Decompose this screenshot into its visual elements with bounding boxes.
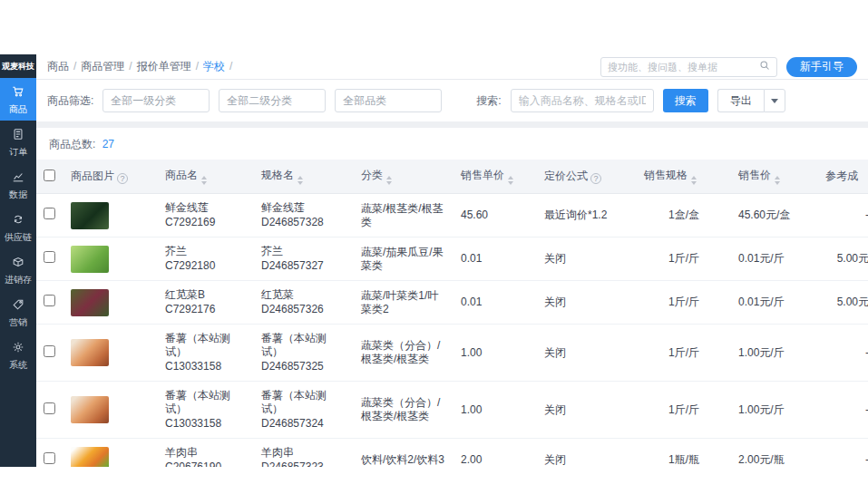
product-code: C7292169	[165, 216, 247, 229]
app-logo: 观麦科技	[0, 54, 36, 78]
global-search-input[interactable]	[608, 62, 759, 73]
export-dropdown-toggle[interactable]	[764, 89, 785, 112]
sort-icon[interactable]	[691, 176, 697, 185]
sale-price: 2.00元/瓶	[738, 453, 785, 466]
unit-price: 0.01	[461, 252, 482, 265]
spec-name: 芥兰	[261, 245, 346, 258]
col-header-image[interactable]: 商品图片	[63, 160, 158, 194]
unit-price: 1.00	[461, 403, 482, 416]
sort-icon[interactable]	[297, 176, 303, 185]
product-thumbnail[interactable]	[71, 202, 109, 229]
ref-cost: 5.00元	[837, 296, 868, 308]
sidebar-item-goods[interactable]: 商品	[0, 78, 36, 121]
category-path: 蔬菜类（分合）/根茎类/根茎类	[361, 396, 440, 422]
breadcrumb: 商品 商品管理 报价单管理 学校 新手引导	[36, 54, 868, 80]
row-checkbox[interactable]	[44, 402, 55, 414]
product-code: C13033158	[165, 417, 247, 431]
table-row: 鲜金线莲 C7292169 鲜金线莲 D246857328 蔬菜/根茎类/根茎类…	[36, 194, 868, 237]
category-path: 饮料/饮料2/饮料3	[361, 453, 444, 466]
col-header-unit-price[interactable]: 销售单价	[454, 160, 537, 194]
sale-spec: 1斤/斤	[668, 252, 699, 265]
sidebar-item-label: 供应链	[0, 232, 36, 242]
breadcrumb-item-quote-mgmt[interactable]: 报价单管理	[137, 59, 203, 74]
product-thumbnail[interactable]	[71, 396, 109, 423]
sidebar-item-supply-chain[interactable]: 供应链	[0, 206, 36, 248]
sort-icon[interactable]	[201, 176, 207, 185]
col-header-spec-name[interactable]: 规格名	[254, 160, 354, 194]
product-thumbnail[interactable]	[71, 339, 109, 366]
sale-spec: 1斤/斤	[668, 403, 699, 416]
pricing-formula: 关闭	[544, 453, 566, 466]
sale-price: 45.60元/盒	[738, 208, 790, 221]
col-header-ref-cost[interactable]: 参考成	[818, 160, 868, 194]
search-icon[interactable]	[759, 60, 770, 73]
sidebar-item-label: 数据	[0, 189, 36, 199]
category-type-select[interactable]: 全部品类	[335, 89, 442, 112]
export-button[interactable]: 导出	[717, 89, 764, 112]
spec-code: D246857328	[261, 216, 346, 229]
category-level2-select[interactable]: 全部二级分类	[219, 89, 326, 112]
row-checkbox[interactable]	[44, 295, 55, 306]
breadcrumb-item-goods[interactable]: 商品	[47, 59, 81, 74]
newbie-guide-button[interactable]: 新手引导	[786, 57, 857, 77]
goods-table-panel: 商品总数: 27 商品图片 商品名 规格名	[36, 128, 868, 467]
col-header-name[interactable]: 商品名	[158, 160, 254, 194]
help-icon[interactable]	[590, 173, 601, 184]
category-path: 蔬菜类（分合）/根茎类/根茎类	[361, 339, 440, 365]
table-row: 羊肉串 C20676190 羊肉串 D246857323 饮料/饮料2/饮料3 …	[36, 439, 868, 468]
pricing-formula: 关闭	[544, 296, 566, 308]
product-name: 番薯（本站测试）	[165, 389, 247, 416]
data-chart-icon	[12, 170, 24, 187]
product-name: 羊肉串	[165, 446, 247, 460]
unit-price: 0.01	[461, 296, 482, 308]
product-code: C7292180	[165, 259, 247, 273]
keyword-search-label: 搜索:	[476, 93, 501, 109]
sale-spec: 1瓶/瓶	[668, 453, 699, 466]
sidebar-item-data[interactable]: 数据	[0, 163, 36, 206]
sort-icon[interactable]	[386, 176, 392, 185]
product-thumbnail[interactable]	[71, 289, 109, 316]
keyword-search-input[interactable]	[511, 89, 654, 112]
sale-price: 1.00元/斤	[738, 346, 785, 359]
pricing-formula: 关闭	[544, 403, 566, 416]
sidebar-item-inventory[interactable]: 进销存	[0, 248, 36, 291]
col-header-sale-price[interactable]: 销售价	[731, 160, 818, 194]
col-header-formula[interactable]: 定价公式	[537, 160, 637, 194]
category-path: 蔬菜/根茎类/根茎类	[361, 202, 444, 228]
breadcrumb-item-goods-mgmt[interactable]: 商品管理	[81, 59, 136, 74]
sort-icon[interactable]	[775, 176, 780, 185]
table-header-row: 商品图片 商品名 规格名 分类 销售单价 定价公式 销售规格 销售价 参考成	[36, 160, 868, 194]
search-button[interactable]: 搜索	[663, 89, 708, 112]
pricing-formula: 关闭	[544, 252, 566, 265]
sidebar-item-system[interactable]: 系统	[0, 334, 36, 376]
table-row: 红苋菜B C7292176 红苋菜 D246857326 蔬菜/叶菜类1/叶菜类…	[36, 281, 868, 325]
col-header-category[interactable]: 分类	[354, 160, 454, 194]
orders-doc-icon	[12, 128, 24, 144]
row-checkbox[interactable]	[44, 345, 55, 357]
system-gear-icon	[12, 341, 24, 357]
global-search-box[interactable]	[600, 57, 777, 77]
filter-label: 商品筛选:	[47, 93, 93, 109]
row-checkbox[interactable]	[44, 208, 55, 219]
table-row: 番薯（本站测试） C13033158 番薯（本站测试） D246857325 蔬…	[36, 325, 868, 382]
goods-cart-icon	[12, 85, 24, 102]
col-header-sale-spec[interactable]: 销售规格	[637, 160, 731, 194]
sort-icon[interactable]	[508, 176, 513, 185]
row-checkbox[interactable]	[44, 251, 55, 263]
row-checkbox[interactable]	[44, 452, 55, 464]
product-thumbnail[interactable]	[71, 447, 109, 468]
product-name: 红苋菜B	[165, 288, 247, 302]
sidebar-item-marketing[interactable]: 营销	[0, 291, 36, 334]
sidebar-item-orders[interactable]: 订单	[0, 121, 36, 163]
category-path: 蔬菜/茄果瓜豆/果菜类	[361, 246, 444, 272]
product-thumbnail[interactable]	[71, 246, 109, 273]
category-level1-select[interactable]: 全部一级分类	[102, 89, 210, 112]
table-row: 芥兰 C7292180 芥兰 D246857327 蔬菜/茄果瓜豆/果菜类 0.…	[36, 237, 868, 281]
select-all-checkbox[interactable]	[44, 170, 55, 181]
sidebar-item-label: 进销存	[0, 275, 36, 285]
spec-name: 羊肉串	[261, 446, 346, 460]
chevron-down-icon	[771, 99, 778, 103]
ref-cost: 5.00元	[837, 252, 868, 265]
help-icon[interactable]	[117, 173, 128, 184]
unit-price: 2.00	[461, 453, 482, 466]
